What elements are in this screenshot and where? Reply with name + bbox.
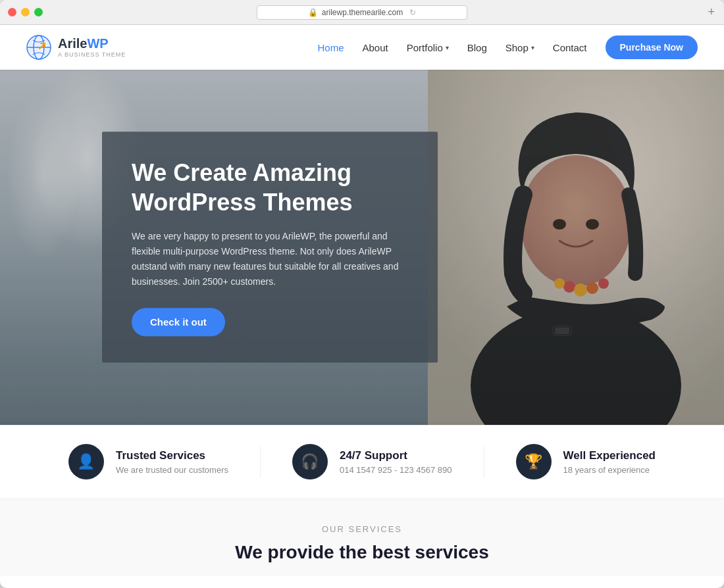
headset-icon: 🎧 [301, 453, 319, 470]
services-heading: We provide the best services [53, 542, 671, 563]
nav-contact[interactable]: Contact [553, 42, 587, 53]
mac-titlebar: 🔒 arilewp.themearile.com ↻ + [0, 0, 724, 25]
hero-content-box: We Create Amazing WordPress Themes We ar… [102, 132, 438, 362]
nav-about[interactable]: About [363, 42, 388, 53]
logo-name: ArileWP [58, 37, 126, 50]
nav-shop[interactable]: Shop ▾ [505, 42, 534, 53]
shop-chevron-icon: ▾ [531, 44, 534, 51]
minimize-dot[interactable] [21, 8, 30, 16]
services-section: Our Services We provide the best service… [0, 498, 724, 576]
site-nav: Home About Portfolio ▾ Blog Shop ▾ Conta… [317, 36, 698, 59]
features-bar: 👤 Trusted Services We are trusted our cu… [0, 425, 724, 498]
logo-text: ArileWP A Business Theme [58, 37, 126, 58]
nav-blog[interactable]: Blog [467, 42, 487, 53]
divider-2 [484, 445, 484, 478]
url-bar[interactable]: 🔒 arilewp.themearile.com ↻ [257, 5, 467, 20]
nav-home[interactable]: Home [317, 42, 344, 53]
trusted-text: Trusted Services We are trusted our cust… [116, 449, 228, 475]
logo-arile: Arile [58, 36, 87, 51]
experienced-icon-wrap: 🏆 [516, 444, 552, 479]
trusted-icon-wrap: 👤 [68, 444, 104, 479]
mac-window: 🔒 arilewp.themearile.com ↻ + [0, 0, 724, 588]
logo-tagline: A Business Theme [58, 51, 126, 58]
experienced-subtitle: 18 years of experience [563, 465, 656, 475]
fullscreen-dot[interactable] [34, 8, 43, 16]
logo[interactable]: ArileWP A Business Theme [26, 35, 126, 60]
mac-dots [8, 8, 43, 16]
support-subtitle: 014 1547 925 - 123 4567 890 [340, 465, 452, 475]
url-text: arilewp.themearile.com [322, 8, 403, 17]
support-title: 24/7 Support [340, 449, 452, 462]
person-icon: 👤 [77, 453, 95, 470]
lock-icon: 🔒 [308, 8, 318, 17]
site-header: ArileWP A Business Theme Home About Port… [0, 25, 724, 70]
trusted-title: Trusted Services [116, 449, 228, 462]
hero-section: We Create Amazing WordPress Themes We ar… [0, 70, 724, 425]
purchase-button[interactable]: Purchase Now [606, 36, 698, 59]
experienced-title: Well Experienced [563, 449, 656, 462]
divider-1 [260, 445, 261, 478]
feature-support: 🎧 24/7 Support 014 1547 925 - 123 4567 8… [292, 444, 452, 479]
services-label: Our Services [53, 524, 671, 534]
hero-description: We are very happy to present to you Aril… [132, 229, 408, 289]
logo-icon [26, 35, 51, 60]
hero-cta-button[interactable]: Check it out [132, 308, 225, 337]
trusted-subtitle: We are trusted our customers [116, 465, 228, 475]
hero-title: We Create Amazing WordPress Themes [132, 158, 408, 217]
logo-wp: WP [87, 36, 108, 51]
nav-portfolio[interactable]: Portfolio ▾ [407, 42, 449, 53]
close-dot[interactable] [8, 8, 16, 16]
new-tab-button[interactable]: + [708, 5, 715, 19]
refresh-icon[interactable]: ↻ [409, 8, 416, 17]
portfolio-chevron-icon: ▾ [446, 44, 449, 51]
trophy-icon: 🏆 [525, 453, 542, 470]
site-content: ArileWP A Business Theme Home About Port… [0, 25, 724, 588]
feature-experienced: 🏆 Well Experienced 18 years of experienc… [516, 444, 656, 479]
support-icon-wrap: 🎧 [292, 444, 328, 479]
experienced-text: Well Experienced 18 years of experience [563, 449, 656, 475]
feature-trusted: 👤 Trusted Services We are trusted our cu… [68, 444, 228, 479]
support-text: 24/7 Support 014 1547 925 - 123 4567 890 [340, 449, 452, 475]
